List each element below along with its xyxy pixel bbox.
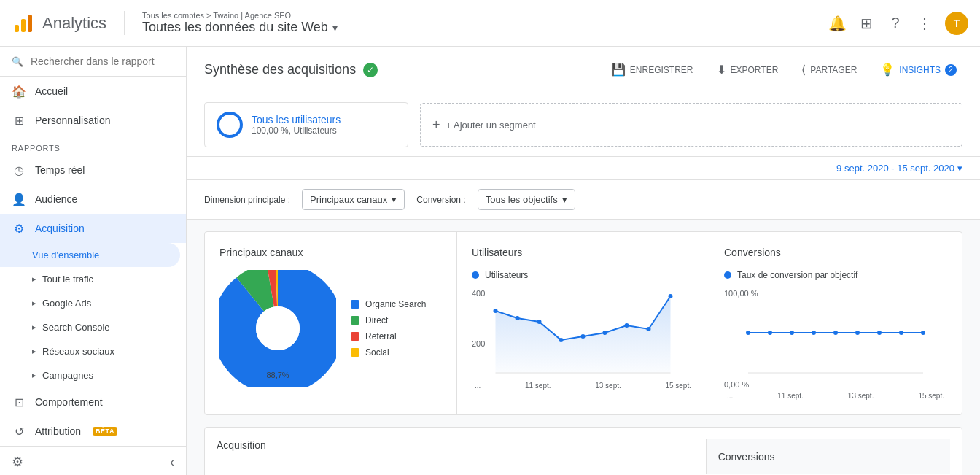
main-content: Synthèse des acquisitions ✓ 💾 ENREGISTRE… (187, 47, 980, 475)
social-dot (351, 348, 359, 357)
users-chart-title: Utilisateurs (472, 247, 694, 258)
sidebar-item-attribution[interactable]: ↺ Attribution BÊTA (0, 417, 186, 446)
conversions-chart-title: Conversions (724, 247, 947, 258)
collapse-icon-5: ▸ (32, 371, 36, 380)
svg-point-16 (669, 294, 673, 298)
attribution-icon: ↺ (12, 424, 26, 439)
sidebar-sub-google-ads[interactable]: ▸ Google Ads (0, 291, 186, 315)
referral-dot (351, 332, 359, 341)
bottom-grid: Acquisition Conversions (204, 427, 962, 475)
sidebar-item-audience[interactable]: 👤 Audience (0, 185, 186, 214)
conversions-legend-dot (724, 271, 731, 279)
dimension-row: Dimension principale : Principaux canaux… (187, 180, 980, 220)
reports-section-label: RAPPORTS (0, 135, 186, 155)
dimension-dropdown[interactable]: Principaux canaux ▾ (302, 189, 405, 210)
personnalisation-icon: ⊞ (12, 113, 26, 128)
settings-icon[interactable]: ⚙ (12, 454, 23, 470)
sidebar-sub-vue-ensemble[interactable]: Vue d'ensemble (0, 243, 180, 267)
more-icon[interactable]: ⋮ (916, 15, 933, 32)
conv-zero: 0,00 % (724, 380, 947, 389)
users-chart-wrapper: 400 200 (472, 289, 694, 390)
date-dropdown-arrow: ▾ (957, 163, 962, 174)
svg-point-9 (516, 316, 520, 320)
svg-point-8 (494, 309, 498, 313)
sidebar-item-temps-reel[interactable]: ◷ Temps réel (0, 155, 186, 185)
save-icon: 💾 (611, 63, 626, 77)
organic-dot (351, 300, 359, 309)
top-header: Analytics Tous les comptes > Twaino | Ag… (0, 0, 980, 47)
sidebar-sub-tout-le-trafic[interactable]: ▸ Tout le trafic (0, 267, 186, 291)
temps-reel-icon: ◷ (12, 163, 26, 177)
avatar[interactable]: T (945, 12, 968, 35)
logo-area: Analytics (12, 12, 106, 35)
svg-point-7 (256, 306, 300, 350)
help-icon[interactable]: ? (887, 15, 904, 32)
search-input[interactable] (31, 55, 174, 67)
conversions-bottom-title: Conversions (718, 451, 938, 463)
collapse-icon-2: ▸ (32, 298, 36, 308)
page-title-area: Synthèse des acquisitions ✓ (204, 62, 378, 77)
sidebar-item-acquisition[interactable]: ⚙ Acquisition (0, 214, 186, 243)
insights-button[interactable]: 💡 INSIGHTS 2 (874, 58, 962, 81)
conversions-chart-wrapper: 100,00 % 0,0 (724, 289, 947, 400)
segment-sub: 100,00 %, Utilisateurs (252, 125, 341, 136)
insights-icon: 💡 (880, 63, 895, 77)
sidebar-sub-search-console[interactable]: ▸ Search Console (0, 315, 186, 339)
acquisition-bottom-title: Acquisition (217, 439, 706, 451)
apps-icon[interactable]: ⊞ (858, 15, 875, 32)
partager-button[interactable]: ⟨ PARTAGER (796, 58, 863, 81)
sidebar-sub-campagnes[interactable]: ▸ Campagnes (0, 363, 186, 387)
legend-referral: Referral (351, 331, 426, 341)
legend-social: Social (351, 347, 426, 358)
legend-direct: Direct (351, 315, 426, 325)
svg-point-19 (768, 331, 772, 335)
svg-point-18 (746, 331, 750, 335)
conv-y-100: 100,00 % (724, 289, 758, 298)
audience-icon: 👤 (12, 192, 26, 206)
site-dropdown-arrow[interactable]: ▾ (332, 22, 338, 34)
date-range[interactable]: 9 sept. 2020 - 15 sept. 2020 ▾ (187, 157, 980, 180)
layout: 🔍 🏠 Accueil ⊞ Personnalisation RAPPORTS … (0, 47, 980, 475)
segment-label: Tous les utilisateurs (252, 114, 341, 125)
sidebar-sub-reseaux-sociaux[interactable]: ▸ Réseaux sociaux (0, 339, 186, 363)
pie-container: 88,7% Organic Search Direct (219, 270, 442, 387)
segment-info: Tous les utilisateurs 100,00 %, Utilisat… (252, 114, 341, 136)
sidebar-item-personnalisation[interactable]: ⊞ Personnalisation (0, 106, 186, 135)
breadcrumb-area: Tous les comptes > Twaino | Agence SEO T… (124, 11, 338, 35)
exporter-button[interactable]: ⬇ EXPORTER (711, 58, 785, 81)
conversions-chart-section: Conversions Taux de conversion par objec… (709, 232, 962, 414)
conversion-dropdown-arrow: ▾ (562, 194, 567, 205)
bottom-acquisition: Acquisition (217, 439, 706, 474)
home-icon: 🏠 (12, 84, 26, 99)
breadcrumb-main[interactable]: Toutes les données du site Web ▾ (142, 20, 338, 35)
collapse-icon: ▸ (32, 274, 36, 284)
enregistrer-button[interactable]: 💾 ENREGISTRER (605, 58, 699, 81)
sidebar-item-accueil[interactable]: 🏠 Accueil (0, 77, 186, 106)
svg-point-14 (625, 323, 629, 328)
conv-x-labels: ... 11 sept. 13 sept. 15 sept. (724, 392, 947, 400)
sidebar-item-comportement[interactable]: ⊡ Comportement (0, 387, 186, 417)
y-label-400: 400 (472, 289, 485, 298)
app-title: Analytics (42, 14, 106, 33)
conversion-label: Conversion : (416, 195, 465, 205)
svg-point-21 (812, 331, 816, 335)
search-icon: 🔍 (12, 56, 23, 67)
pie-chart-title: Principaux canaux (219, 247, 442, 258)
content-header: Synthèse des acquisitions ✓ 💾 ENREGISTRE… (187, 47, 980, 93)
notifications-icon[interactable]: 🔔 (828, 15, 846, 32)
dimension-label: Dimension principale : (204, 195, 290, 205)
sidebar-collapse-icon[interactable]: ‹ (170, 455, 174, 470)
users-x-labels: ... 11 sept. 13 sept. 15 sept. (472, 382, 694, 390)
verified-badge: ✓ (363, 63, 378, 77)
users-legend-dot (472, 271, 479, 279)
svg-point-12 (581, 334, 586, 339)
segments-row: Tous les utilisateurs 100,00 %, Utilisat… (187, 93, 980, 157)
collapse-icon-4: ▸ (32, 347, 36, 356)
conversion-dropdown[interactable]: Tous les objectifs ▾ (478, 189, 575, 210)
svg-rect-2 (28, 15, 32, 32)
pie-legend: Organic Search Direct Referral Soci (351, 299, 426, 358)
dimension-dropdown-arrow: ▾ (392, 194, 397, 205)
insights-badge: 2 (945, 64, 957, 76)
svg-point-13 (603, 331, 607, 335)
add-segment-button[interactable]: + + Ajouter un segment (420, 103, 962, 147)
